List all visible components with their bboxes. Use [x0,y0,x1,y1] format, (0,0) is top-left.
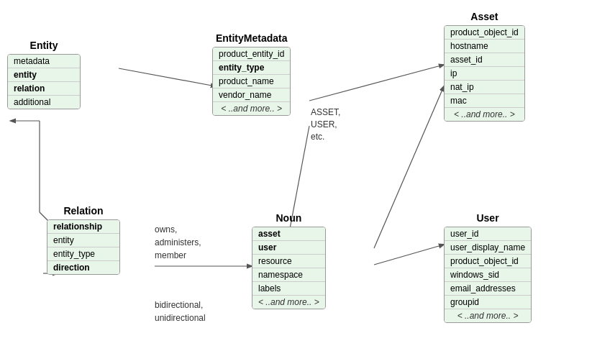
entity-table: metadata entity relation additional [7,54,81,109]
bidirectional-label: bidirectional,unidirectional [155,299,206,324]
asset-user-label: ASSET,USER,etc. [311,106,340,142]
asset-title: Asset [444,11,525,22]
asset-table: product_object_id hostname asset_id ip n… [444,25,525,122]
svg-line-0 [119,68,216,86]
user-title: User [444,212,532,224]
asset-row-6: mac [445,94,524,108]
asset-row-3: asset_id [445,53,524,67]
entity-row-additional: additional [8,96,80,109]
entitymetadata-table: product_entity_id entity_type product_na… [212,47,291,116]
entity-container: Entity metadata entity relation addition… [7,40,81,109]
user-row-3: product_object_id [445,255,531,268]
user-row-more: < ..and more.. > [445,309,531,322]
asset-container: Asset product_object_id hostname asset_i… [444,11,525,122]
owns-label: owns,administers,member [155,223,201,262]
entity-row-metadata: metadata [8,55,80,68]
user-row-1: user_id [445,227,531,241]
user-row-5: email_addresses [445,282,531,296]
relation-row-2: entity [47,234,119,247]
noun-row-2: user [252,241,325,255]
asset-row-2: hostname [445,40,524,53]
entitymetadata-title: EntityMetadata [212,32,291,44]
relation-container: Relation relationship entity entity_type… [47,205,120,275]
relation-title: Relation [47,205,120,217]
svg-line-6 [374,86,444,248]
asset-row-1: product_object_id [445,26,524,40]
svg-line-5 [309,65,444,101]
user-row-2: user_display_name [445,241,531,255]
noun-title: Noun [252,212,326,224]
entity-title: Entity [7,40,81,51]
entitymetadata-container: EntityMetadata product_entity_id entity_… [212,32,291,116]
noun-row-more: < ..and more.. > [252,296,325,309]
noun-row-3: resource [252,255,325,268]
user-row-4: windows_sid [445,268,531,282]
em-row-3: product_name [213,75,290,88]
relation-row-4: direction [47,261,119,274]
em-row-1: product_entity_id [213,47,290,61]
noun-row-1: asset [252,227,325,241]
em-row-more: < ..and more.. > [213,102,290,115]
em-row-4: vendor_name [213,88,290,102]
asset-row-4: ip [445,67,524,81]
svg-line-7 [374,245,444,265]
entity-row-relation: relation [8,82,80,96]
asset-row-more: < ..and more.. > [445,108,524,121]
asset-row-5: nat_ip [445,81,524,94]
user-row-6: groupid [445,296,531,309]
entity-row-entity: entity [8,68,80,82]
noun-container: Noun asset user resource namespace label… [252,212,326,309]
noun-table: asset user resource namespace labels < .… [252,227,326,309]
noun-row-4: namespace [252,268,325,282]
relation-row-3: entity_type [47,247,119,261]
noun-row-5: labels [252,282,325,296]
relation-row-1: relationship [47,220,119,234]
user-table: user_id user_display_name product_object… [444,227,532,323]
diagram: Entity metadata entity relation addition… [0,0,592,364]
user-container: User user_id user_display_name product_o… [444,212,532,323]
em-row-2: entity_type [213,61,290,75]
relation-table: relationship entity entity_type directio… [47,219,120,275]
